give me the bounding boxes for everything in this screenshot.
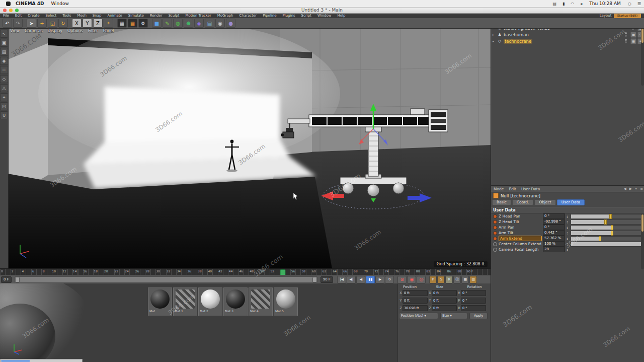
make-editable-icon[interactable]: ↖ bbox=[0, 30, 8, 38]
am-header-icon-3[interactable]: ≡ bbox=[638, 187, 644, 191]
menu-character[interactable]: Character bbox=[236, 14, 260, 18]
value-stepper[interactable]: ▴▾ bbox=[565, 215, 570, 218]
add-spline-button[interactable]: ✎ bbox=[163, 19, 172, 28]
parameter-slider[interactable] bbox=[571, 225, 643, 230]
coordinate-system-button[interactable]: ⌖ bbox=[104, 19, 113, 28]
texture-mode-icon[interactable]: ▤ bbox=[0, 48, 8, 56]
editor-visibility-dot[interactable] bbox=[625, 32, 627, 34]
material-swatch[interactable]: Mat.1 bbox=[173, 287, 197, 316]
range-start-field[interactable]: 0 F bbox=[1, 276, 12, 283]
viewport[interactable]: ViewCamerasDisplayOptionsFilterPanel Gri… bbox=[8, 28, 491, 269]
autokeying-button[interactable]: ◉ bbox=[407, 276, 416, 283]
slider-handle[interactable] bbox=[611, 225, 613, 230]
object-name[interactable]: basehuman bbox=[504, 32, 529, 37]
parameter-slider[interactable] bbox=[571, 242, 643, 247]
rotate-tool-button[interactable]: ↻ bbox=[58, 19, 68, 28]
parameter-value-field[interactable]: 0.442 ° bbox=[543, 230, 565, 236]
keyframe-selection-button[interactable]: ▦ bbox=[461, 276, 469, 283]
undo-button[interactable]: ↶ bbox=[3, 19, 12, 28]
previous-key-button[interactable]: ◀| bbox=[347, 276, 356, 283]
parameter-slider[interactable] bbox=[571, 236, 643, 241]
parameter-value-field[interactable]: 0 ° bbox=[543, 225, 565, 230]
tab-basic[interactable]: Basic bbox=[492, 199, 511, 205]
menu-render[interactable]: Render bbox=[147, 14, 166, 18]
viewport-menu-options[interactable]: Options bbox=[67, 29, 83, 33]
menu-create[interactable]: Create bbox=[25, 14, 42, 18]
loop-playback-button[interactable]: ↻ bbox=[385, 276, 394, 283]
parameter-value-field[interactable]: -92.998 ° bbox=[543, 219, 565, 225]
add-environment-button[interactable]: ▤ bbox=[205, 19, 214, 28]
viewport-menu-cameras[interactable]: Cameras bbox=[25, 29, 43, 33]
render-picture-viewer-button[interactable]: ▦ bbox=[128, 19, 137, 28]
add-generator-button[interactable]: ◍ bbox=[173, 19, 183, 28]
next-frame-button[interactable]: ▶ bbox=[375, 276, 384, 283]
horizontal-scrollbar[interactable] bbox=[0, 359, 83, 362]
size-mode-dropdown[interactable]: Size ▾ bbox=[440, 313, 467, 319]
menu-window[interactable]: Window bbox=[314, 14, 335, 18]
model-mode-icon[interactable]: ▣ bbox=[0, 39, 8, 47]
key-rotation-toggle[interactable]: R bbox=[445, 276, 453, 283]
add-deformer-button[interactable]: ◆ bbox=[194, 19, 204, 28]
size-field[interactable]: 0 ft bbox=[432, 298, 457, 304]
notification-center-icon[interactable]: ☰ bbox=[637, 2, 641, 6]
menu-select[interactable]: Select bbox=[43, 14, 60, 18]
range-end-handle[interactable] bbox=[312, 277, 317, 282]
value-stepper[interactable]: ▴▾ bbox=[565, 221, 570, 224]
value-stepper[interactable]: ▴▾ bbox=[565, 237, 570, 240]
editor-visibility-dot[interactable] bbox=[625, 39, 627, 41]
object-row[interactable]: ▸♟basehuman▦◠ bbox=[491, 31, 644, 38]
record-options-button[interactable]: ◎ bbox=[417, 276, 426, 283]
key-scale-toggle[interactable]: S bbox=[437, 276, 445, 283]
material-swatch[interactable]: Mat.5 bbox=[274, 287, 298, 316]
object-manager-scrollbar[interactable] bbox=[641, 25, 644, 86]
play-pause-button[interactable]: ▮▮ bbox=[366, 276, 375, 283]
menu-snap[interactable]: Snap bbox=[90, 14, 105, 18]
parameter-slider[interactable] bbox=[571, 214, 643, 219]
value-stepper[interactable]: ▴▾ bbox=[565, 243, 570, 246]
points-mode-icon[interactable]: ∷ bbox=[0, 66, 8, 74]
input-menu-icon[interactable]: ▤ bbox=[552, 2, 556, 6]
menu-mograph[interactable]: MoGraph bbox=[214, 14, 236, 18]
keyframe-dot-icon[interactable] bbox=[493, 237, 497, 241]
object-name[interactable]: technocrane bbox=[504, 39, 532, 44]
size-field[interactable]: 0 ft bbox=[432, 290, 457, 296]
value-stepper[interactable]: ▴▾ bbox=[565, 232, 570, 235]
record-keyframe-button[interactable]: ⊘ bbox=[397, 276, 407, 283]
position-field[interactable]: 0 ft bbox=[403, 298, 428, 304]
am-header-icon-0[interactable]: ◀ bbox=[622, 187, 627, 191]
range-start-handle[interactable] bbox=[15, 277, 20, 282]
apply-button[interactable]: Apply bbox=[469, 313, 488, 319]
render-visibility-dot[interactable] bbox=[625, 35, 627, 37]
key-parameter-toggle[interactable]: Ⓟ bbox=[453, 276, 461, 283]
slider-handle[interactable] bbox=[604, 220, 607, 225]
keyframe-dot-icon[interactable] bbox=[493, 220, 497, 224]
visibility-dots-icon[interactable] bbox=[623, 39, 629, 44]
goto-start-button[interactable]: |◀ bbox=[337, 276, 346, 283]
value-stepper[interactable]: ▴▾ bbox=[565, 226, 570, 229]
window-titlebar[interactable]: Untitled 3 * - Main bbox=[0, 7, 644, 14]
render-view-button[interactable]: ▦ bbox=[117, 19, 127, 28]
object-row[interactable]: ▸◇technocrane▦≡ bbox=[491, 38, 644, 44]
layout-dropdown[interactable]: Startup (Edit) bbox=[614, 13, 641, 18]
x-axis-lock-button[interactable]: X bbox=[72, 19, 82, 28]
menu-motion-tracker[interactable]: Motion Tracker bbox=[183, 14, 214, 18]
scale-tool-button[interactable]: ◱ bbox=[48, 19, 57, 28]
key-position-toggle[interactable]: P bbox=[429, 276, 437, 283]
object-tag-icon[interactable]: ▦ bbox=[630, 32, 636, 38]
add-camera-button[interactable]: ◉ bbox=[215, 19, 225, 28]
viewport-menu-filter[interactable]: Filter bbox=[88, 29, 98, 33]
parameter-slider[interactable] bbox=[571, 231, 643, 236]
preview-range-slider[interactable] bbox=[15, 276, 317, 283]
keyframe-dot-icon[interactable] bbox=[493, 214, 497, 219]
live-selection-button[interactable]: ➤ bbox=[27, 19, 36, 28]
wifi-icon[interactable]: ◠ bbox=[571, 2, 574, 6]
object-tag-icon[interactable]: ▦ bbox=[630, 38, 636, 44]
add-mograph-button[interactable]: ❋ bbox=[184, 19, 193, 28]
value-stepper[interactable]: ▴▾ bbox=[565, 248, 570, 251]
timeline-ruler[interactable]: 0246810121416182022242628303234363840424… bbox=[0, 268, 491, 275]
visibility-dots-icon[interactable] bbox=[623, 32, 629, 37]
tab-coord[interactable]: Coord. bbox=[512, 199, 534, 205]
add-cube-button[interactable]: ■ bbox=[152, 19, 162, 28]
position-field[interactable]: 30.698 ft bbox=[403, 305, 428, 311]
viewport-solo-icon[interactable]: ◎ bbox=[0, 102, 8, 110]
